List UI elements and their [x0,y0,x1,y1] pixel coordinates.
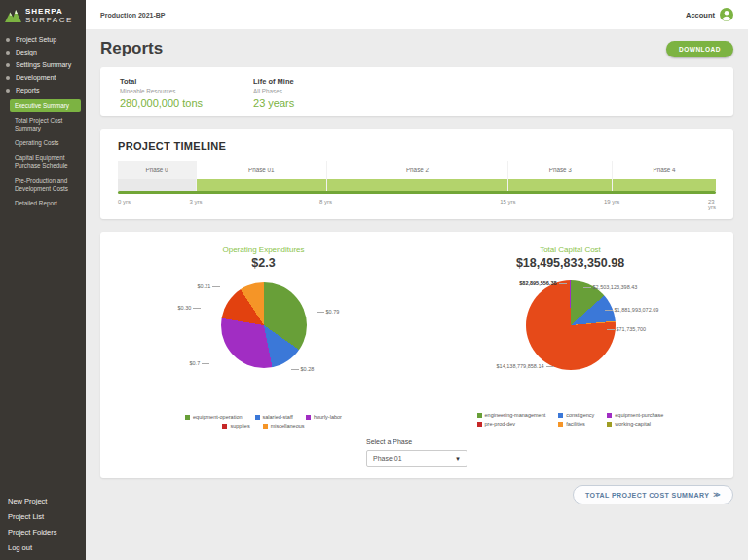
legend-item-equipment-operation: equipment-operation [185,414,242,420]
new-project-link[interactable]: New Project [8,493,78,508]
legend-item-pre-prod-dev: pre-prod-dev [477,421,546,427]
sidebar-subitem-total-project-cost-summary[interactable]: Total Project Cost Summary [10,114,81,134]
stat-life-of-mine: Life of Mine All Phases 23 years [253,77,294,106]
phase-select-value: Phase 01 [373,455,402,462]
pie-value-label: $14,138,779,858.14 [497,363,554,369]
sidebar: SHERPA SURFACE Project SetupDesignSettin… [0,0,86,560]
download-button[interactable]: DOWNLOAD [666,41,733,57]
timeline-phase-phase-01: Phase 01 [196,161,325,194]
project-timeline-card: PROJECT TIMELINE Phase 0Phase 01Phase 2P… [100,129,733,219]
chevron-down-icon: ▼ [455,456,461,462]
timeline-baseline [118,191,716,194]
bullet-icon [6,51,10,55]
account-label: Account [686,11,715,19]
phase-select[interactable]: Phase 01 ▼ [366,450,468,467]
timeline-title: PROJECT TIMELINE [118,140,716,152]
legend-swatch-icon [477,413,482,418]
legend-swatch-icon [306,415,311,420]
phase-label: Phase 0 [118,161,196,179]
double-chevron-right-icon: ≫ [713,491,721,499]
sidebar-item-label: Design [16,49,37,56]
legend-item-miscellaneous: miscellaneous [263,423,305,429]
timeline-tick: 23 yrs [708,199,716,210]
pie-area: $0.79 $0.28 $0.7 $0.30 $0.21 [110,282,417,405]
sidebar-footer: New ProjectProject ListProject FoldersLo… [0,493,86,555]
sidebar-subitem-executive-summary[interactable]: Executive Summary [10,99,81,112]
phase-label: Phase 01 [197,161,325,179]
phase-bar [118,179,196,191]
pie-value-label: $2,503,123,398.43 [583,284,638,290]
stat-title: Life of Mine [253,77,294,86]
stat-value: 280,000,000 tons [120,97,203,109]
operating-expenditures-pie[interactable] [221,282,307,368]
total-capital-cost-pie[interactable] [526,280,616,370]
chart-total: $18,495,833,350.98 [417,256,724,270]
bullet-icon [6,38,10,42]
pie-value-label: $0.79 [317,309,340,315]
total-project-cost-summary-button[interactable]: TOTAL PROJECT COST SUMMARY ≫ [573,485,733,504]
legend-swatch-icon [558,413,563,418]
topbar: Production 2021-BP Account [86,0,748,29]
bullet-icon [6,89,10,93]
sidebar-subitem-pre-production-and-development-costs[interactable]: Pre-Production and Development Costs [10,174,81,195]
stat-title: Total [120,77,203,86]
sidebar-item-reports[interactable]: Reports [0,84,86,96]
pie-value-label: $0.30 [178,305,202,311]
legend-swatch-icon [263,424,268,429]
sidebar-subitem-capital-equipment-purchase-schedule[interactable]: Capital Equipment Purchase Schedule [10,152,81,172]
account-avatar-icon[interactable] [720,8,733,21]
main-content: Reports DOWNLOAD Total Mineable Resource… [86,29,748,560]
reports-subnav: Executive SummaryTotal Project Cost Summ… [0,96,86,215]
pie-value-label: $0.7 [190,360,210,366]
phase-label: Phase 2 [327,161,508,179]
chart-total: $2.3 [110,256,417,270]
summary-card: Total Mineable Resources 280,000,000 ton… [100,67,733,116]
pie-value-label: $82,895,556.38 [519,280,566,286]
legend-swatch-icon [222,424,227,429]
chart-title: Total Capital Cost [417,245,724,254]
total-capital-cost-legend: engineering-managementconstigencyequipme… [417,412,724,427]
sidebar-item-development[interactable]: Development [0,71,86,84]
sidebar-item-project-setup[interactable]: Project Setup [0,33,86,46]
stat-value: 23 years [253,97,294,109]
project-folders-link[interactable]: Project Folders [8,524,78,540]
timeline-tick: 8 yrs [319,199,332,205]
stat-total-mineable-resources: Total Mineable Resources 280,000,000 ton… [120,77,203,106]
bullet-icon [6,76,10,80]
timeline-tick: 0 yrs [118,199,131,205]
pie-value-label: $1,881,993,072.69 [605,307,659,313]
timeline-tick: 15 yrs [500,199,515,205]
phase-select-label: Select a Phase [366,438,468,445]
pie-value-label: $0.21 [198,283,221,289]
legend-item-supplies: supplies [222,423,249,429]
phase-bar [613,179,716,191]
sidebar-item-label: Settings Summary [16,61,71,68]
timeline-strip: Phase 0Phase 01Phase 2Phase 3Phase 4 [118,161,716,194]
phase-select-block: Select a Phase Phase 01 ▼ [366,438,468,467]
app-window: SHERPA SURFACE Project SetupDesignSettin… [0,0,748,560]
legend-item-working-capital: working-capital [607,421,663,427]
logo-text: SHERPA SURFACE [25,7,73,24]
chart-title: Operating Expenditures [110,245,417,254]
timeline-phase-phase-3: Phase 3 [507,161,612,194]
project-list-link[interactable]: Project List [8,508,78,524]
legend-swatch-icon [607,422,612,427]
sidebar-subitem-operating-costs[interactable]: Operating Costs [10,137,81,150]
phase-label: Phase 4 [613,161,716,179]
account-button[interactable]: Account [686,8,733,21]
sidebar-subitem-detailed-report[interactable]: Detailed Report [10,197,81,209]
pie-area: $2,503,123,398.43 $1,881,993,072.69 $71,… [417,280,724,403]
phase-bar [197,179,325,191]
operating-expenditures-legend: equipment-operationsalaried-staffhourly-… [171,414,356,429]
sidebar-item-settings-summary[interactable]: Settings Summary [0,58,86,71]
legend-swatch-icon [477,422,482,427]
logo-line1: SHERPA [25,7,73,16]
project-name: Production 2021-BP [100,12,166,19]
log-out-link[interactable]: Log out [8,540,78,555]
sherpa-logo: SHERPA SURFACE [0,0,86,33]
sidebar-item-label: Development [16,74,56,81]
legend-item-hourly-labor: hourly-labor [306,414,342,420]
legend-item-engineering-management: engineering-management [477,412,546,418]
legend-swatch-icon [558,422,563,427]
sidebar-item-design[interactable]: Design [0,46,86,58]
